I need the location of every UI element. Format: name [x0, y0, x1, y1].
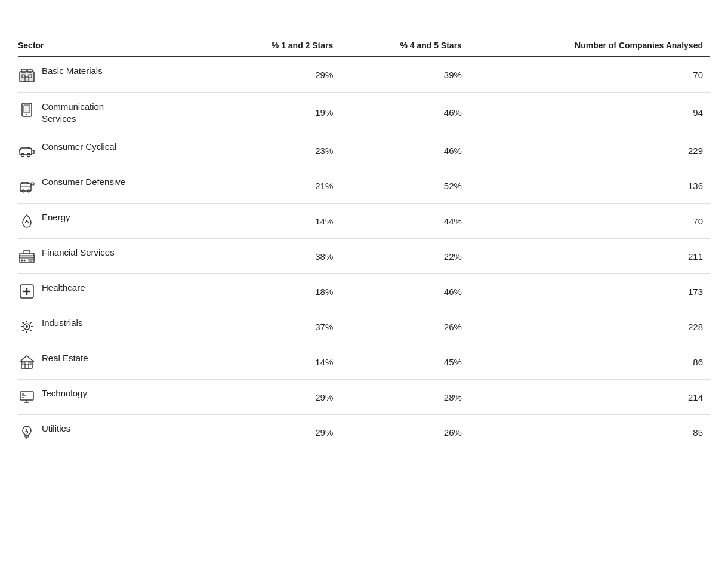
- sector-name-energy: Energy: [42, 212, 70, 222]
- svg-rect-22: [29, 259, 32, 261]
- stars-low-technology: 29%: [212, 380, 341, 415]
- stars-high-real-estate: 45%: [340, 344, 469, 380]
- monitor-icon: [18, 388, 36, 406]
- phone-icon: [18, 101, 36, 119]
- companies-energy: 70: [469, 204, 710, 239]
- stars-high-technology: 28%: [340, 380, 469, 415]
- bulb-icon: [18, 423, 36, 441]
- stars-high-healthcare: 46%: [340, 274, 469, 309]
- sector-name-consumer-cyclical: Consumer Cyclical: [42, 142, 116, 152]
- svg-point-12: [27, 154, 30, 157]
- stars-high-communication-services: 46%: [340, 93, 469, 133]
- stars-low-healthcare: 18%: [212, 274, 341, 309]
- table-header-row: Sector % 1 and 2 Stars % 4 and 5 Stars N…: [18, 36, 710, 57]
- stars-high-consumer-defensive: 52%: [340, 168, 469, 204]
- sector-name-technology: Technology: [42, 388, 87, 398]
- svg-rect-2: [21, 69, 26, 72]
- svg-rect-19: [20, 256, 34, 258]
- col-header-sector: Sector: [18, 36, 212, 57]
- table-row: CommunicationServices19%46%94: [18, 93, 710, 133]
- stars-high-financial-services: 22%: [340, 239, 469, 274]
- svg-point-20: [21, 260, 23, 262]
- stars-low-communication-services: 19%: [212, 93, 341, 133]
- briefcase-icon: [18, 247, 36, 265]
- svg-rect-8: [24, 105, 30, 113]
- svg-rect-17: [31, 183, 34, 185]
- cart-icon: [18, 177, 36, 195]
- table-row: Industrials37%26%228: [18, 309, 710, 344]
- stars-high-consumer-cyclical: 46%: [340, 133, 469, 168]
- svg-point-11: [21, 154, 24, 157]
- col-header-stars-low: % 1 and 2 Stars: [212, 36, 341, 57]
- svg-rect-38: [25, 435, 29, 437]
- table-row: Financial Services38%22%211: [18, 239, 710, 274]
- table-row: Basic Materials29%39%70: [18, 57, 710, 93]
- sector-name-industrials: Industrials: [42, 318, 82, 328]
- table-row: Technology29%28%214: [18, 380, 710, 415]
- sector-cell-energy: Energy: [18, 204, 212, 239]
- table-row: Consumer Defensive21%52%136: [18, 168, 710, 204]
- stars-low-basic-materials: 29%: [212, 57, 341, 93]
- sector-name-consumer-defensive: Consumer Defensive: [42, 177, 125, 187]
- companies-communication-services: 94: [469, 93, 710, 133]
- stars-low-utilities: 29%: [212, 415, 341, 450]
- house-icon: [18, 353, 36, 371]
- sector-cell-basic-materials: Basic Materials: [18, 57, 212, 93]
- svg-rect-3: [27, 69, 32, 72]
- sector-table: Sector % 1 and 2 Stars % 4 and 5 Stars N…: [18, 36, 710, 450]
- factory-icon: [18, 66, 36, 84]
- companies-consumer-defensive: 136: [469, 168, 710, 204]
- table-row: Utilities29%26%85: [18, 415, 710, 450]
- stars-low-consumer-defensive: 21%: [212, 168, 341, 204]
- table-row: Real Estate14%45%86: [18, 344, 710, 380]
- stars-low-industrials: 37%: [212, 309, 341, 344]
- svg-point-21: [24, 260, 26, 262]
- sector-name-real-estate: Real Estate: [42, 353, 88, 363]
- sector-name-communication-services: CommunicationServices: [42, 101, 104, 124]
- stars-low-energy: 14%: [212, 204, 341, 239]
- sector-cell-technology: Technology: [18, 380, 212, 415]
- svg-point-9: [26, 114, 27, 115]
- stars-high-basic-materials: 39%: [340, 57, 469, 93]
- sector-cell-utilities: Utilities: [18, 415, 212, 450]
- svg-rect-30: [23, 362, 25, 365]
- svg-point-27: [26, 325, 28, 328]
- stars-high-industrials: 26%: [340, 309, 469, 344]
- stars-high-energy: 44%: [340, 204, 469, 239]
- sector-cell-consumer-defensive: Consumer Defensive: [18, 168, 212, 204]
- sector-cell-real-estate: Real Estate: [18, 344, 212, 380]
- flame-icon: [18, 212, 36, 230]
- sector-cell-consumer-cyclical: Consumer Cyclical: [18, 133, 212, 168]
- sector-name-financial-services: Financial Services: [42, 247, 115, 257]
- companies-consumer-cyclical: 229: [469, 133, 710, 168]
- sector-name-basic-materials: Basic Materials: [42, 66, 103, 76]
- gear-icon: [18, 318, 36, 336]
- car-icon: [18, 142, 36, 159]
- stars-low-financial-services: 38%: [212, 239, 341, 274]
- sector-name-healthcare: Healthcare: [42, 282, 85, 293]
- table-row: Energy14%44%70: [18, 204, 710, 239]
- stars-low-consumer-cyclical: 23%: [212, 133, 341, 168]
- sector-cell-industrials: Industrials: [18, 309, 212, 344]
- table-body: Basic Materials29%39%70 CommunicationSer…: [18, 57, 710, 450]
- companies-technology: 214: [469, 380, 710, 415]
- companies-healthcare: 173: [469, 274, 710, 309]
- table-row: Healthcare18%46%173: [18, 274, 710, 309]
- sector-cell-healthcare: Healthcare: [18, 274, 212, 309]
- sector-cell-financial-services: Financial Services: [18, 239, 212, 274]
- col-header-companies: Number of Companies Analysed: [469, 36, 710, 57]
- stars-low-real-estate: 14%: [212, 344, 341, 380]
- companies-real-estate: 86: [469, 344, 710, 380]
- companies-financial-services: 211: [469, 239, 710, 274]
- svg-rect-31: [29, 362, 31, 365]
- table-row: Consumer Cyclical23%46%229: [18, 133, 710, 168]
- companies-industrials: 228: [469, 309, 710, 344]
- plus-icon: [18, 282, 36, 300]
- table-container: Sector % 1 and 2 Stars % 4 and 5 Stars N…: [18, 24, 710, 450]
- companies-basic-materials: 70: [469, 57, 710, 93]
- sector-name-utilities: Utilities: [42, 423, 70, 433]
- svg-rect-29: [25, 364, 29, 368]
- sector-cell-communication-services: CommunicationServices: [18, 93, 212, 133]
- col-header-stars-high: % 4 and 5 Stars: [340, 36, 469, 57]
- companies-utilities: 85: [469, 415, 710, 450]
